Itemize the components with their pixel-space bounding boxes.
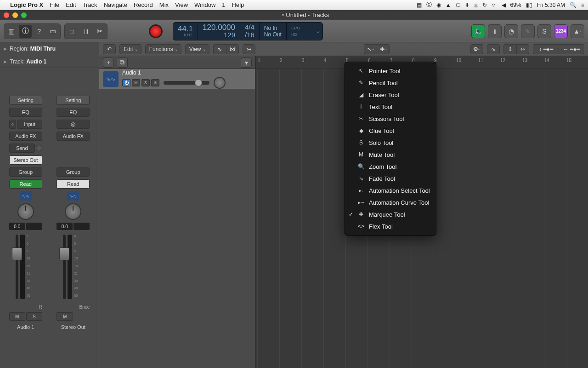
zoom-window[interactable] [21,12,27,18]
input-button[interactable]: Input [17,120,42,129]
horizontal-zoom-slider[interactable]: ↔ ━●━ [559,44,584,54]
menu-number[interactable]: 1 [222,1,225,8]
input-mode-button[interactable]: ○ [9,120,17,129]
menu-navigate[interactable]: Navigate [104,1,127,8]
menu-edit[interactable]: Edit [66,1,76,8]
menu-track[interactable]: Track [83,1,97,8]
master-volume-button[interactable]: 🔈 [471,24,485,38]
tuner-button[interactable]: ⫿ [488,24,502,38]
send-button[interactable]: Send [9,144,35,153]
editors-button[interactable]: ✂ [93,25,106,38]
status-icon[interactable]: Ⓒ [426,1,432,9]
tool-menu-item[interactable]: ↖Pointer Tool [345,65,436,77]
volume-slider[interactable] [164,81,209,85]
toolbar-button[interactable]: ▭ [46,25,59,38]
lcd-display[interactable]: 44.1KHZ 120.0000129 4/4/16 No InNo Out C… [173,22,323,40]
quick-help-button[interactable]: ? [33,25,45,38]
menu-view[interactable]: View [175,1,188,8]
tool-menu-item[interactable]: IText Tool [345,101,436,113]
group-button[interactable]: Group [9,167,42,177]
audio-fx-button[interactable]: Audio FX [57,132,90,141]
menu-help[interactable]: Help [232,1,244,8]
cycle-button[interactable]: S [537,24,551,38]
tool-menu-item[interactable]: ↘Fade Tool [345,172,436,184]
sync-button[interactable]: ▲· [571,24,584,38]
pan-knob[interactable] [214,77,226,89]
track-icon[interactable]: ∿∿ [20,191,32,201]
edit-menu[interactable]: Edit ⌵ [119,44,141,54]
solo-button[interactable]: S [26,312,42,321]
flex-button[interactable]: ⋈ [226,44,239,54]
dropbox-icon[interactable]: ⬇ [465,2,469,8]
menu-window[interactable]: Window [194,1,215,8]
group-button[interactable]: Group [57,167,90,177]
eq-button[interactable]: EQ [9,108,42,117]
tool-menu-item[interactable]: ✎Pencil Tool [345,77,436,89]
count-in-button[interactable]: ◔ [504,24,518,38]
pan-knob[interactable] [17,203,34,220]
automation-mode-button[interactable]: Read [57,179,90,189]
mute-button[interactable]: M [132,79,140,86]
menu-file[interactable]: File [50,1,59,8]
status-icon[interactable]: ⧖ [474,2,478,8]
power-button[interactable]: ⏻ [122,79,130,86]
inspector-button[interactable]: ⓘ [19,25,32,38]
bnce-label[interactable]: Bnce [57,305,90,310]
mute-button[interactable]: M [57,312,73,321]
metronome-button[interactable]: ✎ [521,24,535,38]
wifi-icon[interactable]: ᯤ [492,2,497,8]
tool-menu-item[interactable]: ▸~Automation Curve Tool [345,196,436,208]
vertical-auto-zoom[interactable]: ⇕ [503,44,516,54]
track-inspector-header[interactable]: ▶Track: Audio 1 [0,55,99,68]
freeze-button[interactable]: ❄ [151,79,159,86]
left-click-tool[interactable]: ↖ ⌵ [364,44,377,54]
lcd-division[interactable]: /16 [245,31,254,39]
region-inspector-header[interactable]: ▶Region: MIDI Thru [0,42,99,55]
lcd-sample-rate[interactable]: 44.1 [178,25,193,33]
setting-button[interactable]: Setting [9,96,42,105]
functions-menu[interactable]: Functions ⌵ [145,44,181,54]
lcd-bars[interactable]: 129 [224,31,235,39]
minimize-window[interactable] [12,12,18,18]
tool-menu-item[interactable]: ✂Scissors Tool [345,113,436,125]
global-tracks-button[interactable]: ▾ [241,58,252,68]
clock[interactable]: Fri 5:30 AM [537,2,565,8]
automation-mode-button[interactable]: Read [9,179,42,189]
volume-fader[interactable] [16,235,18,299]
menu-record[interactable]: Record [134,1,153,8]
volume-icon[interactable]: ◀ [502,2,506,8]
menu-mix[interactable]: Mix [159,1,169,8]
vertical-zoom-slider[interactable]: ↕ ━●━ [533,44,559,54]
status-icon[interactable]: ⌬ [456,2,460,8]
output-button[interactable]: Stereo Out [9,155,42,165]
tool-menu-item[interactable]: ◢Eraser Tool [345,89,436,101]
pan-knob[interactable] [65,203,81,220]
tool-menu-item[interactable]: ◆Glue Tool [345,125,436,137]
master-display-button[interactable]: 1234 [554,24,568,38]
command-click-tool[interactable]: ✚ ⌵ [377,44,390,54]
snap-menu[interactable]: ⚙ ⌵ [470,44,483,54]
smart-controls-button[interactable]: ☼ [66,25,79,38]
tool-menu-item[interactable]: SSolo Tool [345,137,436,149]
mute-button[interactable]: M [9,312,25,321]
close-window[interactable] [4,12,9,18]
track-name[interactable]: Audio 1 [122,69,251,76]
lcd-tempo[interactable]: 120.0000 [203,23,235,31]
tool-menu-item[interactable]: ▸.Automation Select Tool [345,184,436,196]
solo-button[interactable]: S [141,79,150,86]
automation-button[interactable]: ∿ [213,44,226,54]
catch-playhead-button[interactable]: ↣ [243,44,255,54]
mixer-button[interactable]: ⫼ [79,25,92,38]
status-icon[interactable]: ▲ [446,2,451,8]
lcd-mode-menu[interactable]: ⌵ [314,23,322,40]
setting-button[interactable]: Setting [57,96,90,105]
battery-icon[interactable]: ▮▯ [526,2,532,8]
tool-menu-item[interactable]: MMute Tool [345,149,436,161]
status-icon[interactable]: ◉ [436,2,441,8]
eq-button[interactable]: EQ [57,108,90,117]
volume-fader[interactable] [63,235,66,299]
waveform-zoom[interactable]: ∿ [487,44,500,54]
record-button[interactable] [149,24,163,38]
status-icon[interactable]: ▤ [417,2,422,8]
horizontal-auto-zoom[interactable]: ⇔ [516,44,529,54]
